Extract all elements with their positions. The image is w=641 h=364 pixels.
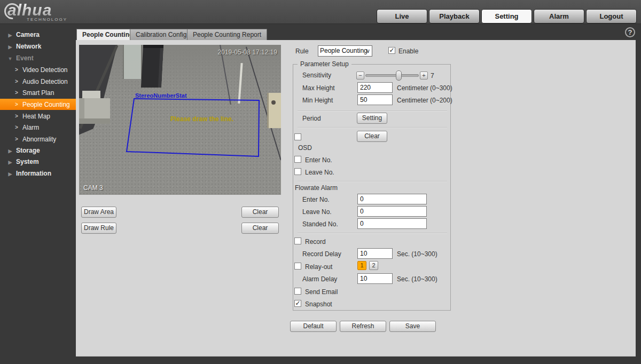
enable-checkbox[interactable]: ✓ bbox=[388, 47, 395, 54]
help-icon[interactable]: ? bbox=[625, 27, 635, 37]
separator bbox=[298, 127, 447, 128]
max-height-label: Max Height bbox=[302, 84, 335, 92]
relay-port-2-button[interactable]: 2 bbox=[369, 261, 378, 270]
alarm-delay-input[interactable] bbox=[357, 273, 393, 284]
osd-clear-button[interactable]: Clear bbox=[357, 131, 387, 142]
sensitivity-slider-track[interactable] bbox=[365, 74, 419, 77]
max-height-input[interactable] bbox=[357, 82, 393, 93]
flowrate-leave-no-label: Leave No. bbox=[302, 208, 332, 216]
collapsed-arrow-icon: ▶ bbox=[7, 30, 13, 41]
separator bbox=[298, 181, 447, 181]
sidebar-item-network[interactable]: ▶Network bbox=[0, 41, 76, 52]
sensitivity-minus-button[interactable]: − bbox=[356, 72, 364, 80]
osd-label: OSD bbox=[298, 144, 312, 152]
record-delay-input[interactable] bbox=[357, 248, 393, 259]
check-icon: ✓ bbox=[295, 299, 300, 307]
record-delay-unit: Sec. (10~300) bbox=[397, 250, 437, 258]
snapshot-label: Snapshot bbox=[305, 300, 332, 308]
rule-select[interactable]: People Counting ∨ bbox=[318, 45, 372, 57]
flowrate-enter-no-label: Enter No. bbox=[302, 196, 330, 203]
clear-rule-button[interactable]: Clear bbox=[241, 223, 279, 234]
osd-enter-no-label: Enter No. bbox=[305, 156, 332, 164]
sidebar-item-smart-plan[interactable]: >Smart Plan bbox=[0, 87, 76, 98]
tab-strip: People Counting Calibration Config Peopl… bbox=[76, 24, 636, 40]
check-icon: ✓ bbox=[389, 46, 394, 54]
collapsed-arrow-icon: ▶ bbox=[7, 42, 13, 53]
sidebar-item-alarm[interactable]: >Alarm bbox=[0, 122, 76, 133]
nav-setting-button[interactable]: Setting bbox=[481, 9, 532, 23]
flowrate-leave-no-input[interactable] bbox=[357, 206, 427, 217]
sidebar-item-video-detection[interactable]: >Video Detection bbox=[0, 64, 76, 75]
flowrate-alarm-label: Flowrate Alarm bbox=[295, 184, 338, 192]
collapsed-arrow-icon: ▶ bbox=[7, 169, 13, 180]
min-height-unit: Centimeter (0~200) bbox=[397, 97, 452, 104]
snapshot-checkbox[interactable]: ✓ bbox=[294, 300, 301, 307]
video-preview[interactable]: 2019-05-08 17:12:19 StereoNumberStat Ple… bbox=[79, 45, 281, 195]
sub-arrow-icon: > bbox=[14, 76, 19, 87]
nav-alarm-button[interactable]: Alarm bbox=[534, 9, 584, 23]
sidebar-item-event[interactable]: ▼Event bbox=[0, 53, 76, 64]
osd-clear-checkbox[interactable]: ✓ bbox=[294, 133, 301, 140]
sidebar-item-abnormality[interactable]: >Abnormality bbox=[0, 133, 76, 145]
nav-live-button[interactable]: Live bbox=[377, 9, 427, 23]
record-checkbox[interactable]: ✓ bbox=[294, 238, 301, 244]
tab-calibration-config[interactable]: Calibration Config bbox=[130, 29, 192, 40]
refresh-button[interactable]: Refresh bbox=[340, 321, 386, 332]
sub-arrow-icon: > bbox=[14, 99, 19, 110]
sub-arrow-icon: > bbox=[14, 133, 19, 145]
sub-arrow-icon: > bbox=[14, 87, 19, 98]
default-button[interactable]: Default bbox=[290, 321, 337, 332]
page: alhua TECHNOLOGY Live Playback Setting A… bbox=[0, 0, 641, 364]
sub-arrow-icon: > bbox=[14, 122, 19, 133]
clear-area-button[interactable]: Clear bbox=[241, 207, 279, 218]
region-name-label: StereoNumberStat bbox=[135, 92, 187, 99]
sidebar-item-information[interactable]: ▶Information bbox=[0, 168, 76, 179]
flowrate-standed-no-label: Standed No. bbox=[302, 220, 338, 228]
relay-out-checkbox[interactable]: ✓ bbox=[294, 263, 301, 270]
separator bbox=[298, 233, 447, 233]
save-button[interactable]: Save bbox=[389, 321, 436, 332]
collapsed-arrow-icon: ▶ bbox=[7, 157, 13, 168]
sidebar: ▶Camera ▶Network ▼Event >Video Detection… bbox=[0, 24, 76, 364]
flowrate-enter-no-input[interactable] bbox=[357, 194, 427, 204]
separator bbox=[298, 110, 447, 111]
sensitivity-value: 7 bbox=[431, 72, 434, 80]
logo-subtext: TECHNOLOGY bbox=[27, 17, 67, 22]
osd-leave-no-checkbox[interactable]: ✓ bbox=[294, 168, 301, 175]
tab-people-counting-report[interactable]: People Counting Report bbox=[187, 29, 267, 40]
dropdown-arrow-icon: ∨ bbox=[366, 46, 370, 56]
rule-select-value: People Counting bbox=[320, 47, 368, 54]
draw-line-hint: Please draw the line. bbox=[148, 115, 255, 123]
draw-area-button[interactable]: Draw Area bbox=[81, 207, 116, 218]
dahua-logo: alhua TECHNOLOGY bbox=[7, 1, 67, 22]
top-bar: alhua TECHNOLOGY Live Playback Setting A… bbox=[0, 0, 641, 24]
send-email-checkbox[interactable]: ✓ bbox=[294, 288, 301, 295]
relay-out-label: Relay-out bbox=[305, 263, 332, 271]
send-email-label: Send Email bbox=[305, 288, 338, 296]
record-delay-label: Record Delay bbox=[302, 250, 341, 258]
top-nav: Live Playback Setting Alarm Logout bbox=[377, 9, 637, 23]
sidebar-item-system[interactable]: ▶System bbox=[0, 156, 76, 168]
sidebar-item-camera[interactable]: ▶Camera bbox=[0, 29, 76, 41]
enable-label: Enable bbox=[398, 48, 418, 55]
osd-enter-no-checkbox[interactable]: ✓ bbox=[294, 156, 301, 163]
relay-port-1-button[interactable]: 1 bbox=[357, 261, 366, 270]
camera-name-label: CAM 3 bbox=[83, 184, 103, 192]
osd-leave-no-label: Leave No. bbox=[305, 169, 334, 176]
nav-playback-button[interactable]: Playback bbox=[429, 9, 480, 23]
min-height-input[interactable] bbox=[357, 94, 393, 105]
sidebar-item-people-counting[interactable]: >People Counting bbox=[0, 99, 76, 110]
sensitivity-plus-button[interactable]: + bbox=[420, 72, 428, 80]
sensitivity-label: Sensitivity bbox=[302, 72, 331, 79]
sub-arrow-icon: > bbox=[14, 64, 19, 75]
flowrate-standed-no-input[interactable] bbox=[357, 218, 427, 229]
sensitivity-slider-thumb[interactable] bbox=[396, 70, 402, 81]
content-panel: 2019-05-08 17:12:19 StereoNumberStat Ple… bbox=[76, 40, 636, 357]
period-setting-button[interactable]: Setting bbox=[357, 113, 387, 124]
sidebar-item-heat-map[interactable]: >Heat Map bbox=[0, 110, 76, 122]
sidebar-item-storage[interactable]: ▶Storage bbox=[0, 145, 76, 156]
sidebar-item-audio-detection[interactable]: >Audio Detection bbox=[0, 76, 76, 87]
video-timestamp: 2019-05-08 17:12:19 bbox=[218, 49, 277, 56]
nav-logout-button[interactable]: Logout bbox=[586, 9, 637, 23]
draw-rule-button[interactable]: Draw Rule bbox=[81, 223, 116, 234]
